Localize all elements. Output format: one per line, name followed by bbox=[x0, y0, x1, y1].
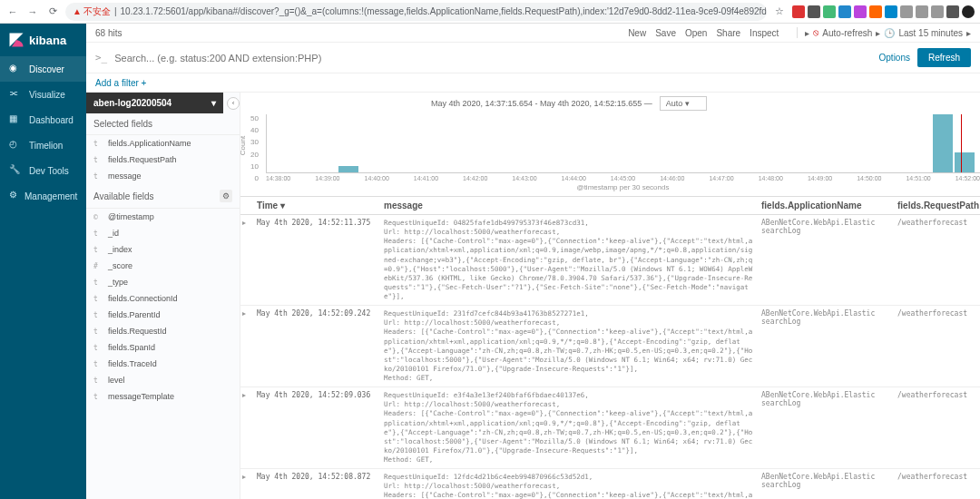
field-type-icon: t bbox=[93, 393, 103, 401]
field-@timestamp[interactable]: ©@timestamp bbox=[86, 209, 240, 225]
expand-row-icon[interactable]: ▸ bbox=[240, 387, 253, 468]
field-fields-ApplicationName[interactable]: tfields.ApplicationName bbox=[86, 135, 240, 152]
nav-timelion[interactable]: ◴Timelion bbox=[0, 132, 86, 158]
field-type-icon: t bbox=[93, 377, 103, 385]
top-link-open[interactable]: Open bbox=[685, 28, 707, 38]
histogram-chart[interactable]: Count 50403020100 14:38:0014:39:0014:40:… bbox=[240, 114, 980, 196]
field-message[interactable]: tmessage bbox=[86, 168, 240, 184]
prompt-icon: >_ bbox=[95, 52, 107, 64]
nav-visualize[interactable]: ⫘Visualize bbox=[0, 82, 86, 107]
table-row: ▸May 4th 2020, 14:52:08.872RequestUnique… bbox=[240, 469, 980, 499]
expand-row-icon[interactable]: ▸ bbox=[240, 469, 253, 499]
ext-icon-3[interactable] bbox=[823, 5, 836, 18]
cell-message: RequestUniqueId: e3f4a3e13ef240bfaf6fbda… bbox=[380, 387, 758, 468]
caret-right-icon[interactable]: ▸ bbox=[966, 28, 971, 38]
nav-devtools[interactable]: 🔧Dev Tools bbox=[0, 158, 86, 183]
selected-fields-header: Selected fields bbox=[86, 113, 240, 135]
expand-row-icon[interactable]: ▸ bbox=[240, 306, 253, 386]
fields-settings-icon[interactable]: ⚙ bbox=[220, 190, 232, 202]
field-type-icon: t bbox=[93, 172, 103, 181]
ext-icon-7[interactable] bbox=[885, 5, 897, 18]
ext-icon-2[interactable] bbox=[808, 5, 820, 18]
cell-time: May 4th 2020, 14:52:08.872 bbox=[253, 469, 380, 499]
interval-select[interactable]: Auto ▾ bbox=[660, 96, 707, 111]
field-_id[interactable]: t_id bbox=[86, 225, 240, 241]
nav-dashboard[interactable]: ▦Dashboard bbox=[0, 107, 86, 132]
options-link[interactable]: Options bbox=[879, 53, 910, 63]
time-caret-icon[interactable]: ▸ bbox=[876, 28, 880, 38]
refresh-button[interactable]: Refresh bbox=[917, 48, 971, 67]
insecure-badge: ▲ 不安全 bbox=[73, 5, 111, 18]
kibana-icon bbox=[7, 31, 25, 49]
index-pattern-header[interactable]: aben-log20200504▾ bbox=[86, 93, 223, 113]
field-fields-ParentId[interactable]: tfields.ParentId bbox=[86, 307, 240, 323]
nav-management[interactable]: ⚙Management bbox=[0, 183, 86, 209]
results-table: Time ▾ message fields.ApplicationName fi… bbox=[240, 196, 980, 499]
query-bar: >_ Options Refresh bbox=[86, 43, 980, 73]
ext-icon-11[interactable] bbox=[946, 5, 959, 18]
top-link-share[interactable]: Share bbox=[716, 28, 740, 38]
field-fields-RequestPath[interactable]: tfields.RequestPath bbox=[86, 152, 240, 168]
field-type-icon: t bbox=[93, 344, 103, 352]
field-_score[interactable]: #_score bbox=[86, 258, 240, 274]
top-link-inspect[interactable]: Inspect bbox=[750, 28, 779, 38]
filter-bar: Add a filter + bbox=[86, 73, 980, 93]
table-row: ▸May 4th 2020, 14:52:09.036RequestUnique… bbox=[240, 387, 980, 469]
table-header: Time ▾ message fields.ApplicationName fi… bbox=[240, 196, 980, 215]
ext-icon-12[interactable] bbox=[962, 5, 975, 18]
address-bar[interactable]: ▲ 不安全 | 10.23.1.72:5601/app/kibana#/disc… bbox=[65, 3, 767, 21]
ext-icon-8[interactable] bbox=[900, 5, 913, 18]
top-link-save[interactable]: Save bbox=[655, 28, 676, 38]
reload-icon[interactable]: ⟳ bbox=[45, 5, 60, 19]
ext-icon-5[interactable] bbox=[854, 5, 867, 18]
field-type-icon: t bbox=[93, 360, 103, 368]
auto-refresh-caret-icon[interactable]: ▸ bbox=[805, 28, 809, 38]
histogram-bar[interactable] bbox=[338, 166, 358, 172]
collapse-panel-icon[interactable]: ‹ bbox=[227, 97, 240, 110]
field-fields-RequestId[interactable]: tfields.RequestId bbox=[86, 323, 240, 339]
cell-message: RequestUniqueId: 12fdc4d21b6c4eeb9948709… bbox=[380, 469, 758, 499]
field-fields-TraceId[interactable]: tfields.TraceId bbox=[86, 356, 240, 372]
bookmark-icon[interactable]: ☆ bbox=[772, 5, 787, 19]
back-icon[interactable]: ← bbox=[5, 5, 20, 19]
app-name: kibana bbox=[29, 34, 66, 47]
time-range-text: May 4th 2020, 14:37:15.654 - May 4th 202… bbox=[431, 99, 652, 108]
url-text: 10.23.1.72:5601/app/kibana#/discover?_g=… bbox=[121, 6, 767, 16]
col-time[interactable]: Time ▾ bbox=[253, 197, 380, 214]
data-panel: May 4th 2020, 14:37:15.654 - May 4th 202… bbox=[240, 93, 980, 499]
add-filter-link[interactable]: Add a filter + bbox=[95, 78, 146, 88]
expand-row-icon[interactable]: ▸ bbox=[240, 215, 253, 305]
dashboard-icon: ▦ bbox=[9, 113, 22, 126]
field-_type[interactable]: t_type bbox=[86, 274, 240, 290]
col-application-name[interactable]: fields.ApplicationName bbox=[758, 197, 894, 214]
top-link-new[interactable]: New bbox=[628, 28, 646, 38]
table-row: ▸May 4th 2020, 14:52:09.242RequestUnique… bbox=[240, 306, 980, 387]
ext-icon-1[interactable] bbox=[792, 5, 805, 18]
col-request-path[interactable]: fields.RequestPath bbox=[894, 197, 980, 214]
histogram-bar[interactable] bbox=[955, 152, 975, 172]
auto-refresh-link[interactable]: Auto-refresh bbox=[822, 28, 872, 38]
field-fields-ConnectionId[interactable]: tfields.ConnectionId bbox=[86, 290, 240, 307]
field-level[interactable]: tlevel bbox=[86, 372, 240, 388]
auto-refresh-off-icon[interactable]: ⦸ bbox=[813, 27, 818, 38]
field-type-icon: t bbox=[93, 311, 103, 319]
kibana-logo[interactable]: kibana bbox=[0, 24, 86, 56]
field-messageTemplate[interactable]: tmessageTemplate bbox=[86, 388, 240, 405]
ext-icon-4[interactable] bbox=[838, 5, 851, 18]
ext-icon-9[interactable] bbox=[916, 5, 928, 18]
now-marker bbox=[961, 114, 962, 172]
field-fields-SpanId[interactable]: tfields.SpanId bbox=[86, 339, 240, 356]
fields-panel: aben-log20200504▾ ‹ Selected fields tfie… bbox=[86, 93, 240, 499]
histogram-bar[interactable] bbox=[933, 114, 953, 172]
col-message[interactable]: message bbox=[380, 197, 758, 214]
field-type-icon: t bbox=[93, 140, 103, 148]
cell-application-name: ABenNetCore.WebApi.ElasticsearchLog bbox=[758, 215, 894, 305]
nav-discover[interactable]: ◉Discover bbox=[0, 56, 86, 82]
forward-icon[interactable]: → bbox=[25, 5, 40, 19]
search-input[interactable] bbox=[114, 53, 871, 64]
ext-icon-10[interactable] bbox=[931, 5, 944, 18]
field-type-icon: # bbox=[93, 262, 103, 270]
ext-icon-6[interactable] bbox=[869, 5, 882, 18]
field-_index[interactable]: t_index bbox=[86, 241, 240, 258]
time-range-link[interactable]: Last 15 minutes bbox=[898, 28, 963, 38]
